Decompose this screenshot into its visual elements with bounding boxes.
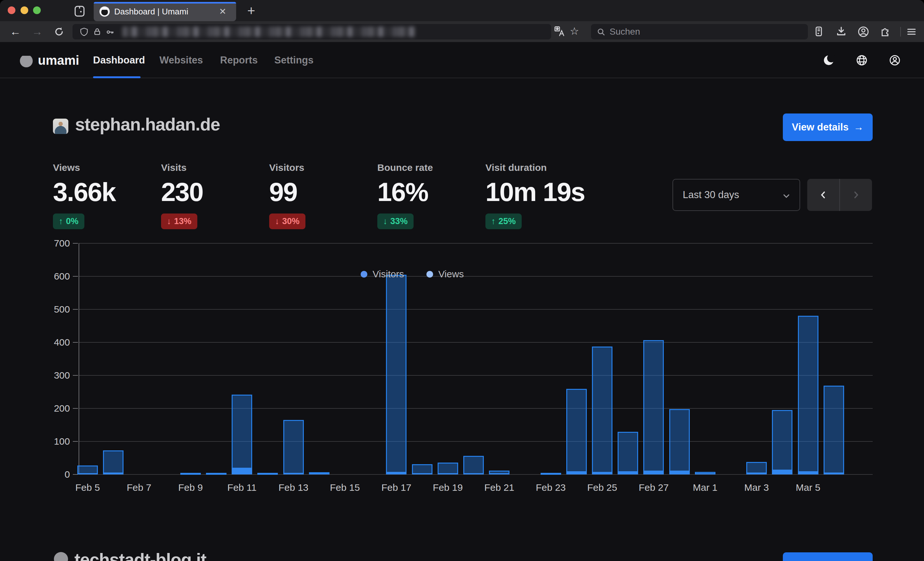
- visitors-bar: [257, 473, 278, 474]
- x-axis-label: Feb 21: [477, 482, 522, 493]
- bookmark-star-icon[interactable]: ☆: [570, 25, 579, 37]
- metric-change-value: 33%: [390, 216, 408, 226]
- views-bar: [103, 450, 123, 474]
- visitors-bar: [309, 473, 330, 474]
- visitors-bar: [541, 473, 561, 474]
- extensions-puzzle-icon[interactable]: [880, 25, 891, 37]
- nav-item-reports[interactable]: Reports: [220, 42, 258, 78]
- profile-person-icon[interactable]: [888, 53, 902, 67]
- next-period-button[interactable]: [840, 179, 872, 211]
- views-bar: [438, 462, 458, 474]
- x-axis-label: Feb 13: [271, 482, 316, 493]
- visitors-bar: [206, 473, 226, 474]
- blurred-url-text: [122, 27, 416, 37]
- metric-label: Views: [53, 162, 161, 173]
- y-axis-label: 400: [51, 337, 70, 348]
- new-tab-button[interactable]: +: [243, 2, 260, 21]
- traffic-bar-chart: 0100200300400500600700Feb 5Feb 7Feb 9Feb…: [51, 239, 876, 527]
- y-axis-tick: [73, 309, 78, 310]
- metric-change-badge: ↓ 33%: [377, 214, 414, 229]
- legend-dot-icon: [426, 271, 433, 278]
- x-axis-label: Mar 1: [683, 482, 728, 493]
- views-bar: [463, 456, 484, 474]
- y-axis-label: 0: [51, 469, 70, 480]
- search-placeholder: Suchen: [610, 24, 640, 39]
- x-axis-label: Feb 5: [65, 482, 110, 493]
- y-axis-label: 200: [51, 403, 70, 414]
- y-axis-label: 300: [51, 370, 70, 381]
- view-details-button[interactable]: View details →: [783, 114, 873, 141]
- tracking-shield-icon[interactable]: [80, 27, 88, 36]
- metric-value: 3.66k: [53, 177, 161, 207]
- metric-label: Visitors: [269, 162, 377, 173]
- lock-icon[interactable]: [93, 28, 101, 36]
- account-icon[interactable]: [857, 25, 870, 38]
- theme-toggle-moon-icon[interactable]: [822, 53, 836, 67]
- forward-button[interactable]: →: [30, 21, 45, 42]
- visitors-bar: [643, 471, 664, 474]
- legend-dot-icon: [361, 271, 368, 278]
- trend-arrow-icon: ↓: [383, 216, 388, 226]
- firefox-view-button[interactable]: [72, 4, 87, 18]
- back-button[interactable]: ←: [8, 21, 23, 42]
- tab-close-icon[interactable]: ✕: [216, 2, 230, 21]
- translate-icon[interactable]: [554, 25, 565, 37]
- active-nav-underline: [93, 76, 141, 78]
- legend-item[interactable]: Visitors: [361, 269, 404, 280]
- reload-button[interactable]: [51, 21, 67, 42]
- views-bar: [824, 386, 844, 474]
- language-globe-icon[interactable]: [855, 53, 869, 67]
- panel-sidebar-icon[interactable]: [813, 25, 825, 37]
- previous-period-button[interactable]: [807, 179, 839, 211]
- visitors-bar: [824, 473, 844, 474]
- visitors-bar: [669, 471, 690, 474]
- date-range-select[interactable]: Last 30 days: [672, 179, 800, 211]
- y-axis-label: 700: [51, 238, 70, 249]
- nav-item-dashboard[interactable]: Dashboard: [93, 42, 145, 78]
- next-site-favicon: [54, 552, 68, 561]
- x-axis-label: Feb 25: [580, 482, 625, 493]
- visitors-bar: [618, 471, 638, 474]
- x-axis-label: Feb 9: [168, 482, 213, 493]
- umami-logo-icon: [19, 52, 34, 68]
- metric-value: 230: [161, 177, 269, 207]
- window-minimize-button[interactable]: [21, 6, 28, 14]
- metric-bounce-rate: Bounce rate 16% ↓ 33%: [377, 162, 485, 229]
- views-bar: [643, 340, 664, 474]
- view-details-label: View details: [792, 121, 849, 133]
- downloads-icon[interactable]: [836, 25, 847, 37]
- nav-item-websites[interactable]: Websites: [159, 42, 203, 78]
- key-icon[interactable]: [106, 28, 114, 36]
- trend-arrow-icon: ↑: [491, 216, 496, 226]
- metric-value: 99: [269, 177, 377, 207]
- visitors-bar: [103, 473, 123, 474]
- toolbar-divider: [900, 27, 901, 37]
- site-favicon: [53, 119, 68, 134]
- legend-item[interactable]: Views: [426, 269, 464, 280]
- metric-change-badge: ↑ 0%: [53, 214, 84, 229]
- brand-name: umami: [38, 42, 79, 78]
- y-axis-label: 500: [51, 304, 70, 315]
- menu-hamburger-icon[interactable]: [906, 26, 917, 37]
- search-bar[interactable]: Suchen: [591, 24, 808, 39]
- x-axis-label: Feb 23: [528, 482, 573, 493]
- views-bar: [618, 432, 638, 474]
- url-bar[interactable]: [72, 24, 551, 39]
- views-bar: [669, 409, 690, 474]
- metric-change-value: 25%: [499, 216, 516, 226]
- browser-tab[interactable]: Dashboard | Umami ✕: [94, 2, 236, 21]
- next-site-view-details-button[interactable]: [783, 552, 873, 561]
- metric-change-value: 0%: [66, 216, 79, 226]
- arrow-right-icon: →: [854, 121, 864, 133]
- window-close-button[interactable]: [8, 6, 15, 14]
- visitors-bar: [283, 473, 304, 474]
- metric-views: Views 3.66k ↑ 0%: [53, 162, 161, 229]
- nav-item-settings[interactable]: Settings: [274, 42, 314, 78]
- metric-visit-duration: Visit duration 10m 19s ↑ 25%: [485, 162, 620, 229]
- y-axis-label: 100: [51, 436, 70, 447]
- chart-gridline: [79, 441, 873, 442]
- trend-arrow-icon: ↓: [167, 216, 171, 226]
- window-zoom-button[interactable]: [33, 6, 41, 14]
- metric-value: 16%: [377, 177, 485, 207]
- browser-window: Dashboard | Umami ✕ + ← →: [0, 0, 924, 561]
